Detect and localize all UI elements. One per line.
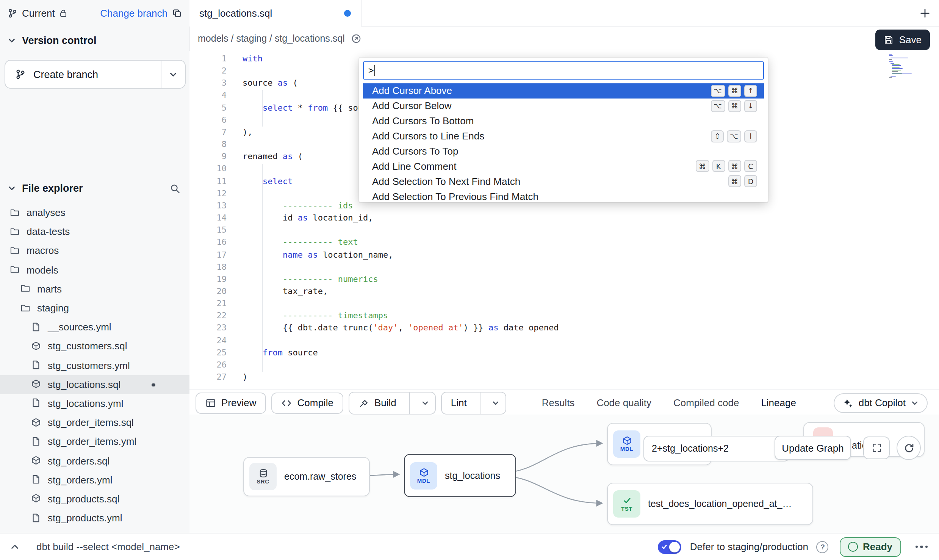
lineage-node-stg-locations[interactable]: MDL stg_locations — [404, 454, 516, 497]
code-line — [243, 224, 559, 236]
line-number: 5 — [189, 102, 227, 114]
line-number: 9 — [189, 151, 227, 163]
file-explorer-header[interactable]: File explorer — [0, 179, 189, 198]
minimap-line — [892, 71, 898, 72]
fullscreen-button[interactable] — [863, 436, 890, 459]
refresh-button[interactable] — [897, 436, 921, 460]
tree-item-data-tests[interactable]: data-tests — [0, 222, 189, 241]
tree-item-stg-orders-yml[interactable]: stg_orders.yml — [0, 470, 189, 489]
tree-item-stg-products-yml[interactable]: stg_products.yml — [0, 508, 189, 527]
editor-action-bar: Preview Compile Build — [189, 389, 939, 416]
tab-stg-locations-sql[interactable]: stg_locations.sql — [189, 0, 362, 27]
help-icon[interactable]: ? — [817, 541, 829, 553]
defer-label: Defer to staging/production — [690, 541, 808, 552]
tab-code-quality[interactable]: Code quality — [596, 390, 651, 415]
command-palette-input[interactable]: > — [363, 61, 764, 80]
code-line — [243, 261, 559, 273]
version-control-section-header[interactable]: Version control — [8, 35, 97, 46]
tree-item-models[interactable]: models — [0, 260, 189, 279]
table-icon — [205, 397, 216, 408]
tab-lineage[interactable]: Lineage — [761, 390, 796, 415]
build-dropdown-button[interactable] — [415, 392, 435, 413]
check-icon — [622, 496, 632, 505]
model-cube-icon — [31, 379, 41, 389]
cube-icon — [622, 436, 632, 446]
dbt-copilot-button[interactable]: dbt Copilot — [834, 393, 928, 413]
create-branch-button[interactable]: Create branch — [5, 60, 186, 89]
keycap: ⌘ — [696, 160, 709, 172]
more-options-button[interactable] — [914, 543, 929, 551]
node-badge: MDL — [417, 477, 430, 484]
shortcut-keys: ⇧⌥I — [711, 130, 757, 142]
palette-item-add-cursors-to-line-ends[interactable]: Add Cursors to Line Ends⇧⌥I — [363, 128, 764, 144]
save-button[interactable]: Save — [876, 30, 930, 50]
tree-item-stg-locations-yml[interactable]: stg_locations.yml — [0, 394, 189, 413]
tree-item-stg-orders-sql[interactable]: stg_orders.sql — [0, 451, 189, 470]
palette-item-add-selection-to-previous-find-match[interactable]: Add Selection To Previous Find Match — [363, 189, 764, 202]
tree-item-stg-order-items-sql[interactable]: stg_order_items.sql — [0, 413, 189, 432]
code-line — [243, 359, 559, 371]
lineage-panel[interactable]: ations SRC ecom.raw_stores MDL stg_locat… — [189, 415, 939, 533]
lineage-node-ecom-raw-stores[interactable]: SRC ecom.raw_stores — [243, 457, 370, 496]
tree-item--sources-yml[interactable]: __sources.yml — [0, 318, 189, 336]
palette-item-label: Add Cursor Above — [372, 85, 711, 97]
palette-item-add-line-comment[interactable]: Add Line Comment⌘K⌘C — [363, 159, 764, 174]
copy-branch-icon[interactable] — [172, 8, 182, 18]
minimap-line — [892, 66, 901, 66]
tree-item-macros[interactable]: macros — [0, 241, 189, 260]
create-branch-dropdown-button[interactable] — [161, 61, 185, 88]
tree-item-marts[interactable]: marts — [0, 280, 189, 299]
model-cube-icon — [31, 341, 41, 351]
chevron-up-icon[interactable] — [10, 542, 20, 552]
palette-item-add-cursors-to-top[interactable]: Add Cursors To Top — [363, 144, 764, 159]
lint-dropdown-button[interactable] — [486, 392, 505, 413]
minimap-line — [889, 56, 893, 56]
lineage-selector-input[interactable]: 2+stg_locations+2 — [643, 436, 790, 461]
tree-item-stg-order-items-yml[interactable]: stg_order_items.yml — [0, 432, 189, 451]
minimap[interactable] — [889, 54, 910, 78]
lint-button[interactable]: Lint — [442, 392, 474, 413]
lineage-node-test[interactable]: TST test_does_location_opened_at_trunc_t… — [607, 483, 813, 525]
line-number: 15 — [189, 224, 227, 236]
copilot-label: dbt Copilot — [859, 397, 906, 408]
tree-item-analyses[interactable]: analyses — [0, 203, 189, 222]
sparkle-icon — [843, 397, 853, 408]
minimap-line — [889, 56, 910, 57]
tab-results[interactable]: Results — [542, 390, 575, 415]
compile-button[interactable]: Compile — [272, 392, 343, 413]
tree-item-stg-customers-yml[interactable]: stg_customers.yml — [0, 356, 189, 375]
new-tab-button[interactable] — [919, 8, 931, 19]
palette-item-label: Add Selection To Next Find Match — [372, 176, 728, 187]
tree-item-label: stg_customers.sql — [48, 341, 127, 352]
search-icon[interactable] — [170, 183, 180, 194]
build-button[interactable]: Build — [349, 392, 404, 413]
line-number: 23 — [189, 322, 227, 335]
tree-item-label: stg_locations.yml — [48, 398, 123, 409]
palette-item-add-cursor-below[interactable]: Add Cursor Below⌥⌘↓ — [363, 99, 764, 114]
tree-item-staging[interactable]: staging — [0, 299, 189, 318]
palette-item-add-selection-to-next-find-match[interactable]: Add Selection To Next Find Match⌘D — [363, 174, 764, 189]
palette-item-label: Add Cursors To Bottom — [372, 115, 757, 127]
docs-compass-icon[interactable] — [351, 33, 362, 44]
change-branch-link[interactable]: Change branch — [100, 8, 167, 19]
defer-toggle[interactable] — [658, 540, 682, 554]
code-line: ---------- timestamps — [243, 310, 559, 322]
update-graph-button[interactable]: Update Graph — [775, 436, 851, 460]
tree-item-label: analyses — [27, 207, 66, 218]
palette-item-add-cursor-above[interactable]: Add Cursor Above⌥⌘↑ — [363, 83, 764, 99]
tree-item-stg-products-sql[interactable]: stg_products.sql — [0, 490, 189, 508]
palette-item-add-cursors-to-bottom[interactable]: Add Cursors To Bottom — [363, 114, 764, 129]
preview-button[interactable]: Preview — [196, 392, 266, 413]
chevron-down-icon — [421, 399, 429, 407]
code-line: from source — [243, 347, 559, 359]
tree-item-label: stg_order_items.sql — [48, 417, 134, 428]
lineage-selector-value: 2+stg_locations+2 — [652, 443, 729, 454]
node-badge: MDL — [620, 446, 633, 452]
line-number: 19 — [189, 274, 227, 286]
line-number: 25 — [189, 347, 227, 359]
tree-item-stg-locations-sql[interactable]: stg_locations.sql — [0, 375, 189, 394]
compile-label: Compile — [297, 397, 333, 408]
tree-item-stg-customers-sql[interactable]: stg_customers.sql — [0, 337, 189, 356]
create-branch-main[interactable]: Create branch — [5, 61, 161, 88]
tab-compiled-code[interactable]: Compiled code — [673, 390, 739, 415]
